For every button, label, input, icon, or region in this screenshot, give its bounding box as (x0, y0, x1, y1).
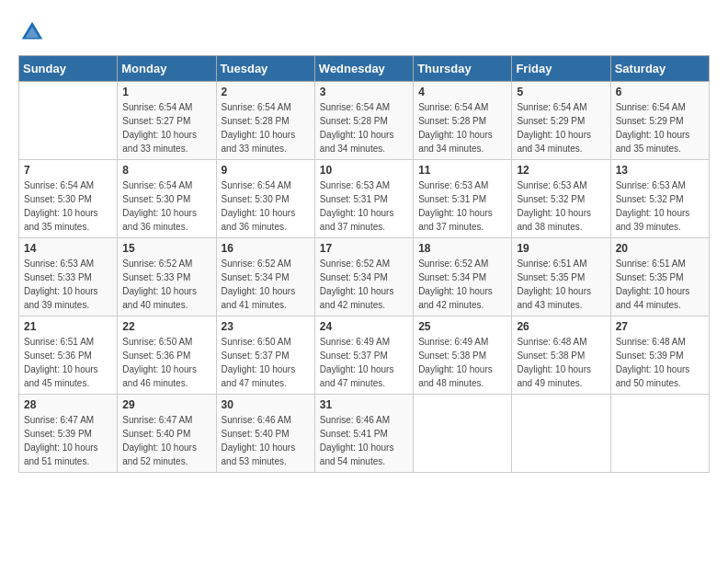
calendar-header-row: SundayMondayTuesdayWednesdayThursdayFrid… (19, 56, 710, 82)
day-header-thursday: Thursday (414, 56, 512, 82)
calendar-cell: 8Sunrise: 6:54 AM Sunset: 5:30 PM Daylig… (118, 160, 216, 238)
calendar-week-3: 14Sunrise: 6:53 AM Sunset: 5:33 PM Dayli… (19, 238, 710, 316)
day-number: 3 (320, 86, 408, 98)
calendar-cell: 7Sunrise: 6:54 AM Sunset: 5:30 PM Daylig… (19, 160, 118, 238)
calendar-cell: 25Sunrise: 6:49 AM Sunset: 5:38 PM Dayli… (414, 316, 512, 395)
calendar-cell: 11Sunrise: 6:53 AM Sunset: 5:31 PM Dayli… (414, 160, 512, 238)
day-header-friday: Friday (512, 56, 610, 82)
calendar-cell: 6Sunrise: 6:54 AM Sunset: 5:29 PM Daylig… (610, 82, 709, 160)
calendar-cell: 16Sunrise: 6:52 AM Sunset: 5:34 PM Dayli… (216, 238, 314, 316)
day-info: Sunrise: 6:52 AM Sunset: 5:33 PM Dayligh… (122, 257, 210, 312)
day-info: Sunrise: 6:53 AM Sunset: 5:33 PM Dayligh… (24, 257, 112, 312)
page-header (18, 18, 710, 46)
day-number: 22 (122, 320, 210, 333)
calendar-cell: 29Sunrise: 6:47 AM Sunset: 5:40 PM Dayli… (118, 395, 216, 473)
calendar-week-2: 7Sunrise: 6:54 AM Sunset: 5:30 PM Daylig… (19, 160, 710, 238)
day-info: Sunrise: 6:47 AM Sunset: 5:39 PM Dayligh… (24, 413, 112, 468)
day-number: 4 (418, 86, 506, 98)
calendar-cell: 18Sunrise: 6:52 AM Sunset: 5:34 PM Dayli… (414, 238, 512, 316)
day-info: Sunrise: 6:54 AM Sunset: 5:29 PM Dayligh… (616, 100, 704, 155)
day-number: 17 (320, 242, 408, 255)
day-number: 24 (320, 320, 408, 333)
calendar-cell: 24Sunrise: 6:49 AM Sunset: 5:37 PM Dayli… (314, 316, 413, 395)
day-info: Sunrise: 6:53 AM Sunset: 5:32 PM Dayligh… (517, 178, 605, 234)
day-info: Sunrise: 6:49 AM Sunset: 5:37 PM Dayligh… (320, 335, 408, 390)
calendar-cell: 31Sunrise: 6:46 AM Sunset: 5:41 PM Dayli… (314, 395, 413, 473)
day-header-sunday: Sunday (19, 56, 118, 82)
day-info: Sunrise: 6:52 AM Sunset: 5:34 PM Dayligh… (418, 257, 506, 312)
calendar-cell: 1Sunrise: 6:54 AM Sunset: 5:27 PM Daylig… (118, 82, 216, 160)
calendar-cell: 23Sunrise: 6:50 AM Sunset: 5:37 PM Dayli… (216, 316, 314, 395)
day-info: Sunrise: 6:54 AM Sunset: 5:28 PM Dayligh… (222, 100, 310, 155)
day-info: Sunrise: 6:54 AM Sunset: 5:28 PM Dayligh… (320, 100, 408, 155)
calendar-cell: 5Sunrise: 6:54 AM Sunset: 5:29 PM Daylig… (512, 82, 610, 160)
calendar-cell: 9Sunrise: 6:54 AM Sunset: 5:30 PM Daylig… (216, 160, 314, 238)
day-number: 9 (222, 164, 310, 177)
day-number: 15 (122, 242, 210, 255)
day-number: 16 (222, 242, 310, 255)
day-info: Sunrise: 6:54 AM Sunset: 5:28 PM Dayligh… (418, 100, 506, 155)
day-number: 29 (122, 398, 210, 411)
day-info: Sunrise: 6:46 AM Sunset: 5:40 PM Dayligh… (222, 413, 310, 468)
day-number: 13 (616, 164, 704, 177)
day-info: Sunrise: 6:53 AM Sunset: 5:31 PM Dayligh… (418, 178, 506, 234)
day-info: Sunrise: 6:47 AM Sunset: 5:40 PM Dayligh… (122, 413, 210, 468)
day-info: Sunrise: 6:53 AM Sunset: 5:31 PM Dayligh… (320, 178, 408, 234)
day-number: 21 (24, 320, 112, 333)
calendar-cell: 19Sunrise: 6:51 AM Sunset: 5:35 PM Dayli… (512, 238, 610, 316)
day-info: Sunrise: 6:51 AM Sunset: 5:35 PM Dayligh… (616, 257, 704, 312)
logo-icon (18, 18, 46, 46)
calendar-week-5: 28Sunrise: 6:47 AM Sunset: 5:39 PM Dayli… (19, 395, 710, 473)
calendar-cell: 13Sunrise: 6:53 AM Sunset: 5:32 PM Dayli… (610, 160, 709, 238)
day-number: 12 (517, 164, 605, 177)
calendar-cell: 30Sunrise: 6:46 AM Sunset: 5:40 PM Dayli… (216, 395, 314, 473)
day-info: Sunrise: 6:54 AM Sunset: 5:30 PM Dayligh… (24, 178, 112, 234)
day-header-saturday: Saturday (610, 56, 709, 82)
day-number: 11 (418, 164, 506, 177)
day-header-monday: Monday (118, 56, 216, 82)
calendar-cell: 15Sunrise: 6:52 AM Sunset: 5:33 PM Dayli… (118, 238, 216, 316)
day-number: 7 (24, 164, 112, 177)
day-info: Sunrise: 6:51 AM Sunset: 5:36 PM Dayligh… (24, 335, 112, 390)
calendar-cell: 10Sunrise: 6:53 AM Sunset: 5:31 PM Dayli… (314, 160, 413, 238)
day-header-wednesday: Wednesday (314, 56, 413, 82)
calendar-cell (414, 395, 512, 473)
calendar-cell (610, 395, 709, 473)
day-info: Sunrise: 6:51 AM Sunset: 5:35 PM Dayligh… (517, 257, 605, 312)
day-number: 18 (418, 242, 506, 255)
calendar-cell: 12Sunrise: 6:53 AM Sunset: 5:32 PM Dayli… (512, 160, 610, 238)
day-info: Sunrise: 6:48 AM Sunset: 5:39 PM Dayligh… (616, 335, 704, 390)
calendar-cell: 17Sunrise: 6:52 AM Sunset: 5:34 PM Dayli… (314, 238, 413, 316)
day-number: 20 (616, 242, 704, 255)
day-number: 25 (418, 320, 506, 333)
day-info: Sunrise: 6:48 AM Sunset: 5:38 PM Dayligh… (517, 335, 605, 390)
calendar-week-1: 1Sunrise: 6:54 AM Sunset: 5:27 PM Daylig… (19, 82, 710, 160)
day-info: Sunrise: 6:54 AM Sunset: 5:27 PM Dayligh… (122, 100, 210, 155)
day-info: Sunrise: 6:46 AM Sunset: 5:41 PM Dayligh… (320, 413, 408, 468)
calendar-table: SundayMondayTuesdayWednesdayThursdayFrid… (18, 55, 710, 473)
day-number: 2 (222, 86, 310, 98)
day-number: 14 (24, 242, 112, 255)
day-info: Sunrise: 6:52 AM Sunset: 5:34 PM Dayligh… (222, 257, 310, 312)
day-number: 23 (222, 320, 310, 333)
logo (18, 18, 50, 46)
day-number: 27 (616, 320, 704, 333)
calendar-cell: 28Sunrise: 6:47 AM Sunset: 5:39 PM Dayli… (19, 395, 118, 473)
calendar-cell: 27Sunrise: 6:48 AM Sunset: 5:39 PM Dayli… (610, 316, 709, 395)
calendar-cell (19, 82, 118, 160)
calendar-cell: 22Sunrise: 6:50 AM Sunset: 5:36 PM Dayli… (118, 316, 216, 395)
day-info: Sunrise: 6:53 AM Sunset: 5:32 PM Dayligh… (616, 178, 704, 234)
day-number: 5 (517, 86, 605, 98)
day-number: 30 (222, 398, 310, 411)
day-number: 1 (122, 86, 210, 98)
calendar-cell: 14Sunrise: 6:53 AM Sunset: 5:33 PM Dayli… (19, 238, 118, 316)
day-info: Sunrise: 6:49 AM Sunset: 5:38 PM Dayligh… (418, 335, 506, 390)
day-number: 31 (320, 398, 408, 411)
calendar-week-4: 21Sunrise: 6:51 AM Sunset: 5:36 PM Dayli… (19, 316, 710, 395)
day-info: Sunrise: 6:54 AM Sunset: 5:29 PM Dayligh… (517, 100, 605, 155)
calendar-cell: 21Sunrise: 6:51 AM Sunset: 5:36 PM Dayli… (19, 316, 118, 395)
day-info: Sunrise: 6:54 AM Sunset: 5:30 PM Dayligh… (222, 178, 310, 234)
day-info: Sunrise: 6:54 AM Sunset: 5:30 PM Dayligh… (122, 178, 210, 234)
calendar-cell: 3Sunrise: 6:54 AM Sunset: 5:28 PM Daylig… (314, 82, 413, 160)
day-info: Sunrise: 6:50 AM Sunset: 5:37 PM Dayligh… (222, 335, 310, 390)
